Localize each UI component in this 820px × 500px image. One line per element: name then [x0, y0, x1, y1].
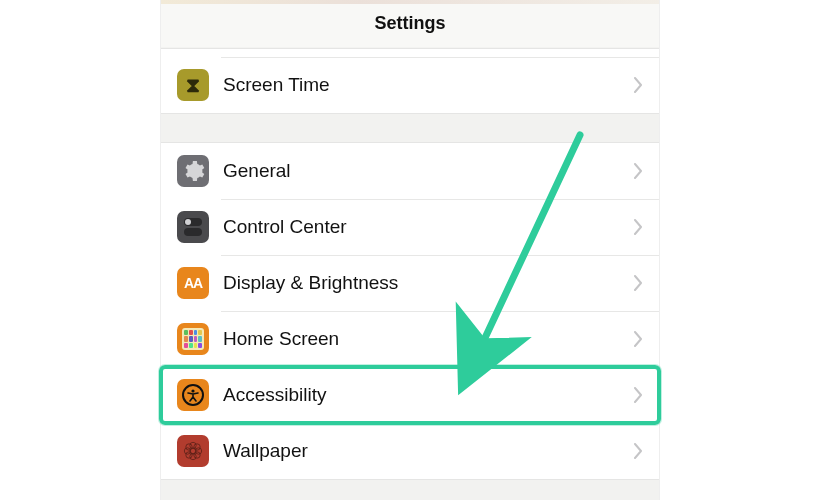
flower-icon	[177, 435, 209, 467]
svg-point-0	[191, 389, 194, 392]
row-display-brightness[interactable]: AA Display & Brightness	[161, 255, 659, 311]
row-home-screen[interactable]: Home Screen	[161, 311, 659, 367]
settings-group-1: General Control Center AA Display & Brig…	[161, 142, 659, 480]
chevron-right-icon	[633, 331, 643, 347]
row-label: Screen Time	[223, 74, 633, 96]
row-wallpaper[interactable]: Wallpaper	[161, 423, 659, 479]
row-label: General	[223, 160, 633, 182]
chevron-right-icon	[633, 163, 643, 179]
row-label: Accessibility	[223, 384, 633, 406]
navbar: Settings	[161, 0, 659, 48]
chevron-right-icon	[633, 443, 643, 459]
chevron-right-icon	[633, 275, 643, 291]
hourglass-icon: ⧗	[177, 69, 209, 101]
accessibility-icon	[177, 379, 209, 411]
row-screen-time[interactable]: ⧗ Screen Time	[161, 57, 659, 113]
row-control-center[interactable]: Control Center	[161, 199, 659, 255]
row-label: Display & Brightness	[223, 272, 633, 294]
row-general[interactable]: General	[161, 143, 659, 199]
toggles-icon	[177, 211, 209, 243]
gear-icon	[177, 155, 209, 187]
row-label: Home Screen	[223, 328, 633, 350]
row-accessibility[interactable]: Accessibility	[161, 367, 659, 423]
chevron-right-icon	[633, 387, 643, 403]
chevron-right-icon	[633, 77, 643, 93]
row-label: Wallpaper	[223, 440, 633, 462]
svg-point-9	[194, 452, 200, 458]
svg-point-7	[194, 444, 200, 450]
navbar-title: Settings	[374, 13, 445, 34]
row-label: Control Center	[223, 216, 633, 238]
grid-icon	[177, 323, 209, 355]
aa-icon: AA	[177, 267, 209, 299]
chevron-right-icon	[633, 219, 643, 235]
svg-point-8	[186, 452, 192, 458]
svg-point-6	[186, 444, 192, 450]
settings-group-0: ⧗ Screen Time	[161, 48, 659, 114]
settings-panel: Settings ⧗ Screen Time General Control C…	[160, 0, 660, 500]
row-hidden-above[interactable]	[161, 49, 659, 57]
